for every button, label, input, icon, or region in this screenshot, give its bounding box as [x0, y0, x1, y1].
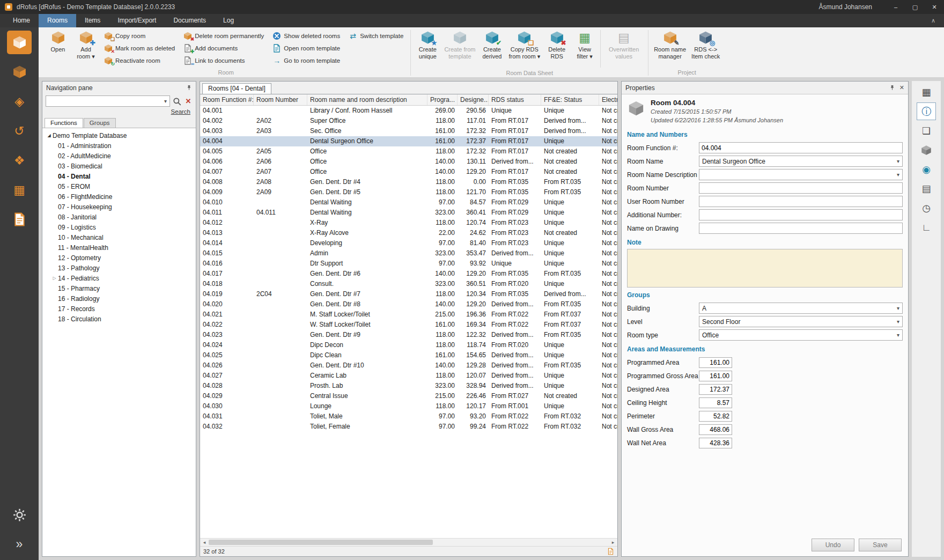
tree-item-02-adultmedicine[interactable]: 02 - AdultMedicine [43, 151, 195, 161]
table-row[interactable]: 04.010Dental Waiting97.0084.57From RT.02… [200, 197, 617, 208]
report-icon[interactable] [607, 548, 614, 555]
name-on-drawing-input[interactable] [699, 223, 903, 234]
tree-item-10-mechanical[interactable]: 10 - Mechanical [43, 232, 195, 242]
room-number-input[interactable] [699, 182, 903, 194]
buildings-rail-button[interactable]: ▦ [7, 178, 32, 202]
column-header-room-number[interactable]: Room Number [254, 94, 307, 105]
scroll-right-icon[interactable]: ▸ [609, 540, 617, 545]
rooms-document-tab[interactable]: Rooms [04 - Dental] [202, 83, 271, 94]
copy-values-tool-button[interactable]: ❏ [917, 122, 936, 139]
table-row[interactable]: 04.032Toliet, Female97.0099.24From RT.02… [200, 422, 617, 432]
pin-icon[interactable] [889, 85, 895, 91]
chevron-down-icon[interactable]: ▾ [894, 319, 902, 325]
designed-area-input[interactable] [699, 384, 732, 395]
close-button[interactable]: ✕ [925, 0, 944, 14]
column-header-room-name-and-room-description[interactable]: Room name and room description [307, 94, 427, 105]
chevron-down-icon[interactable]: ▾ [894, 158, 902, 164]
table-row[interactable]: 04.028Prosth. Lab323.00328.94Derived fro… [200, 381, 617, 391]
table-row[interactable]: 04.0192C04Gen. Dent. Dtr #7118.00120.34F… [200, 289, 617, 299]
tree-item-14-pediatrics[interactable]: ▷14 - Pediatrics [43, 273, 195, 283]
table-row[interactable]: 04.014Developing97.0081.40From RT.023Uni… [200, 238, 617, 248]
menu-tab-items[interactable]: Items [76, 14, 109, 27]
table-row[interactable]: 04.024Dipc Decon118.00118.74From RT.020U… [200, 340, 617, 350]
undo-button[interactable]: Undo [812, 539, 854, 551]
log-tool-button[interactable]: ◷ [917, 199, 936, 217]
search-input[interactable] [46, 97, 161, 106]
table-row[interactable]: 04.01104.011Dental Waiting323.00360.41Fr… [200, 208, 617, 218]
menu-tab-home[interactable]: Home [4, 14, 39, 27]
close-icon[interactable]: ✕ [899, 84, 904, 91]
menu-tab-rooms[interactable]: Rooms [39, 14, 76, 27]
level-combo[interactable]: Second Floor▾ [699, 316, 903, 327]
minimize-button[interactable]: – [886, 0, 905, 14]
tree-item-07-housekeeping[interactable]: 07 - Housekeeping [43, 202, 195, 212]
table-row[interactable]: 04.0032A03Sec. Office161.00172.32From RT… [200, 126, 617, 136]
delete-rds-button[interactable]: ✖Delete RDS [543, 28, 571, 68]
table-row[interactable]: 04.023Gen. Dent. Dtr #9118.00122.32Deriv… [200, 330, 617, 340]
ceiling-height-input[interactable] [699, 397, 732, 408]
copy-rds-from-room-button[interactable]: ❏Copy RDS from room ▾ [506, 28, 543, 68]
column-header-designe[interactable]: Designe... [458, 94, 489, 105]
programmed-area-input[interactable] [699, 357, 732, 368]
save-button[interactable]: Save [859, 539, 902, 551]
menu-tab-import-export[interactable]: Import/Export [109, 14, 165, 27]
table-row[interactable]: 04.0072A07Office140.00129.20From RT.017N… [200, 167, 617, 177]
tree-item-16-radiology[interactable]: 16 - Radiology [43, 293, 195, 304]
table-row[interactable]: 04.025Dipc Clean161.00154.65Derived from… [200, 350, 617, 360]
menu-tab-log[interactable]: Log [215, 14, 242, 27]
programmed-gross-area-input[interactable] [699, 371, 732, 381]
additional-number-input[interactable] [699, 209, 903, 220]
room-name-description-combo[interactable]: ▾ [699, 169, 903, 180]
nav-tab-groups[interactable]: Groups [84, 118, 116, 128]
collapse-ribbon-icon[interactable]: ∧ [923, 14, 944, 27]
table-row[interactable]: 04.012X-Ray118.00120.74From RT.023Unique… [200, 218, 617, 228]
table-row[interactable]: 04.016Dtr Support97.0093.92UniqueUniqueN… [200, 259, 617, 269]
chevron-down-icon[interactable]: ▾ [894, 172, 902, 178]
tree-item-08-janitorial[interactable]: 08 - Janitorial [43, 212, 195, 222]
add-room-button[interactable]: ✚Add room ▾ [72, 28, 100, 68]
home-rail-button[interactable] [7, 31, 32, 54]
table-row[interactable]: 04.004Dental Surgeon Office161.00172.37F… [200, 136, 617, 146]
expand-icon[interactable]: ◢ [46, 133, 53, 138]
table-row[interactable]: 04.018Consult.323.00360.51From RT.020Uni… [200, 279, 617, 289]
tree-root[interactable]: ◢Demo Template Database [43, 130, 195, 141]
documents-tool-button[interactable]: ▤ [917, 180, 936, 197]
table-row[interactable]: 04.020Gen. Dent. Dtr #8140.00129.20Deriv… [200, 299, 617, 310]
horizontal-scrollbar[interactable]: ◂ ▸ [200, 538, 617, 546]
scroll-left-icon[interactable]: ◂ [200, 540, 209, 545]
tree-item-03-biomedical[interactable]: 03 - Biomedical [43, 161, 195, 171]
info-tool-button[interactable]: ⓘ [917, 102, 936, 120]
view-filter-button[interactable]: ▦View filter ▾ [571, 28, 599, 68]
link-to-documents-button[interactable]: ∞Link to documents [180, 55, 267, 66]
table-row[interactable]: 04.031Toliet, Male97.0093.20From RT.022F… [200, 411, 617, 422]
tree-item-12-optometry[interactable]: 12 - Optometry [43, 253, 195, 263]
nav-tab-functions[interactable]: Functions [45, 118, 83, 128]
rooms-rail-button[interactable] [7, 60, 32, 84]
table-row[interactable]: 04.022W. Staff Locker/Toilet161.00169.34… [200, 320, 617, 330]
menu-tab-documents[interactable]: Documents [165, 14, 215, 27]
copy-room-button[interactable]: ❏Copy room [101, 30, 178, 41]
tree-item-11-mentalhealth[interactable]: 11 - MentalHealth [43, 242, 195, 253]
table-row[interactable]: 04.026Gen. Dent. Dtr #10140.00129.28Deri… [200, 360, 617, 371]
open-room-template-button[interactable]: Open room template [269, 42, 343, 54]
column-header-ff-e-status[interactable]: FF&E: Status [541, 94, 599, 105]
table-row[interactable]: 04.027Ceramic Lab118.00120.07Derived fro… [200, 371, 617, 381]
reactivate-room-button[interactable]: ↻Reactivate room [101, 55, 178, 66]
tree-item-01-administration[interactable]: 01 - Administration [43, 141, 195, 151]
tree-item-09-logistics[interactable]: 09 - Logistics [43, 222, 195, 232]
table-row[interactable]: 04.001Library / Conf. Room Hassell269.00… [200, 106, 617, 116]
user-room-number-input[interactable] [699, 196, 903, 207]
table-row[interactable]: 04.017Gen. Dent. Dtr #6140.00129.20From … [200, 269, 617, 279]
building-combo[interactable]: A▾ [699, 303, 903, 314]
table-row[interactable]: 04.013X-Ray Alcove22.0024.62From RT.023N… [200, 228, 617, 238]
table-row[interactable]: 04.029Central Issue215.00226.46From RT.0… [200, 391, 617, 401]
table-row[interactable]: 04.0052A05Office118.00172.32From RT.017N… [200, 146, 617, 157]
room-function-input[interactable] [699, 142, 903, 153]
table-row[interactable]: 04.030Lounge118.00120.17From RT.001Uniqu… [200, 401, 617, 411]
room-name-combo[interactable]: Dental Surgeon Office▾ [699, 156, 903, 167]
switch-template-button[interactable]: ⇄Switch template [345, 30, 407, 41]
expand-rail-button[interactable]: » [7, 532, 32, 556]
rooms-tool-button[interactable] [917, 141, 936, 159]
systems-rail-button[interactable]: ↺ [7, 119, 32, 143]
measurements-tool-button[interactable]: ∟ [917, 218, 936, 236]
